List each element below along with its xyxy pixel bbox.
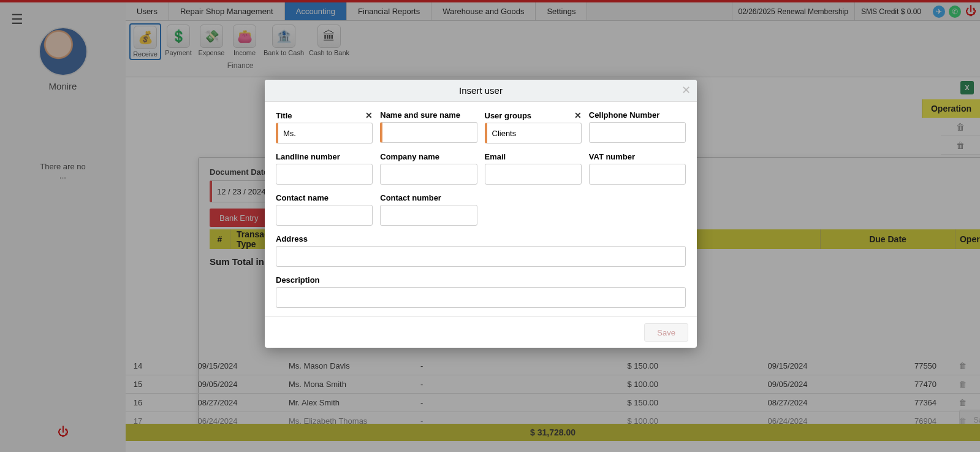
title-label: Title bbox=[276, 111, 292, 120]
description-input[interactable] bbox=[276, 287, 686, 308]
modal-header: Insert user ✕ bbox=[265, 80, 697, 102]
cell-input[interactable] bbox=[589, 122, 686, 143]
modal-close-icon[interactable]: ✕ bbox=[682, 83, 691, 97]
groups-input[interactable] bbox=[485, 123, 582, 144]
company-label: Company name bbox=[380, 152, 439, 161]
vat-label: VAT number bbox=[589, 152, 635, 161]
contact-number-label: Contact number bbox=[380, 193, 441, 202]
name-input[interactable] bbox=[380, 122, 477, 143]
description-label: Description bbox=[276, 275, 320, 285]
company-input[interactable] bbox=[380, 164, 477, 185]
contact-number-input[interactable] bbox=[380, 205, 477, 226]
vat-input[interactable] bbox=[589, 164, 686, 185]
modal-save-button[interactable]: Save bbox=[644, 323, 688, 342]
name-label: Name and sure name bbox=[380, 110, 460, 120]
address-label: Address bbox=[276, 234, 308, 243]
title-clear-icon[interactable]: ✕ bbox=[365, 110, 373, 120]
email-label: Email bbox=[485, 152, 506, 161]
email-input[interactable] bbox=[485, 164, 582, 185]
address-input[interactable] bbox=[276, 246, 686, 267]
landline-input[interactable] bbox=[276, 164, 373, 185]
groups-clear-icon[interactable]: ✕ bbox=[574, 110, 582, 120]
contact-name-label: Contact name bbox=[276, 193, 329, 202]
cell-label: Cellphone Number bbox=[589, 110, 660, 120]
groups-label: User groups bbox=[485, 111, 532, 120]
landline-label: Landline number bbox=[276, 152, 340, 161]
modal-title: Insert user bbox=[459, 85, 503, 96]
insert-user-modal: Insert user ✕ Title✕ Name and sure name … bbox=[265, 80, 697, 348]
contact-name-input[interactable] bbox=[276, 205, 373, 226]
title-input[interactable] bbox=[276, 123, 373, 144]
